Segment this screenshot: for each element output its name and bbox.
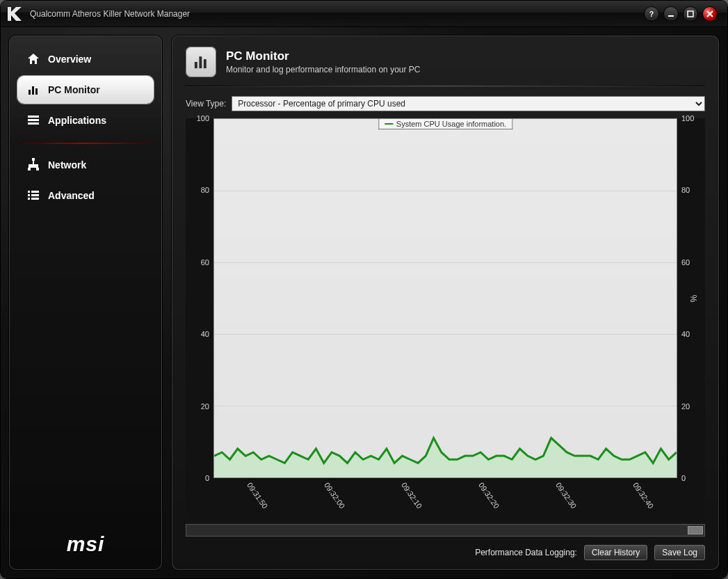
sidebar-item-applications[interactable]: Applications [17, 106, 154, 134]
svg-rect-16 [28, 198, 30, 200]
chart-y-axis-left: 020406080100 [186, 118, 213, 478]
sidebar-divider [17, 143, 154, 144]
sidebar-item-advanced[interactable]: Advanced [17, 182, 154, 209]
chart-x-axis: 09:31:5009:32:0009:32:1009:32:2009:32:30… [213, 478, 677, 520]
close-button[interactable] [702, 6, 718, 22]
divider [186, 86, 705, 86]
svg-rect-14 [28, 194, 30, 196]
sidebar-item-label: Overview [48, 54, 91, 65]
clear-history-button[interactable]: Clear History [584, 545, 647, 560]
help-button[interactable]: ? [644, 6, 659, 22]
legend-label: System CPU Usage information. [396, 120, 506, 128]
chart-scrollbar[interactable] [186, 524, 705, 537]
svg-rect-2 [688, 11, 693, 17]
main-panel: PC Monitor Monitor and log performance i… [172, 35, 719, 570]
legend-swatch [385, 123, 393, 125]
sidebar-item-label: PC Monitor [48, 84, 100, 95]
app-logo-icon [5, 6, 24, 22]
save-log-button[interactable]: Save Log [654, 545, 705, 560]
svg-rect-15 [31, 194, 39, 196]
minimize-button[interactable] [663, 6, 679, 22]
svg-rect-17 [31, 198, 39, 200]
svg-rect-6 [28, 116, 39, 118]
sidebar: Overview PC Monitor Applications Net [9, 35, 162, 570]
svg-rect-4 [32, 86, 34, 95]
view-type-select[interactable]: Processor - Percentage of primary CPU us… [232, 96, 705, 111]
page-subtitle: Monitor and log performance information … [226, 65, 420, 74]
svg-rect-1 [668, 15, 674, 17]
chart-plot-area: System CPU Usage information. % [213, 118, 677, 478]
bar-chart-icon [186, 47, 216, 77]
logging-label: Performance Data Logging: [475, 548, 577, 557]
network-icon [26, 157, 41, 173]
chart-line [214, 119, 677, 477]
page-header: PC Monitor Monitor and log performance i… [186, 47, 705, 77]
scrollbar-thumb[interactable] [688, 526, 703, 534]
chart-legend: System CPU Usage information. [378, 119, 512, 129]
window-title: Qualcomm Atheros Killer Network Manager [30, 9, 190, 19]
home-icon [26, 51, 41, 67]
sidebar-item-pc-monitor[interactable]: PC Monitor [17, 76, 154, 104]
applications-icon [26, 113, 41, 128]
svg-rect-10 [28, 168, 31, 170]
svg-rect-20 [204, 59, 207, 68]
svg-rect-7 [28, 119, 39, 121]
sidebar-item-label: Network [48, 159, 86, 170]
sidebar-item-label: Applications [48, 115, 106, 126]
svg-rect-9 [32, 158, 35, 161]
brand-logo: msi [17, 518, 154, 560]
svg-rect-5 [35, 88, 38, 95]
view-type-label: View Type: [186, 99, 226, 109]
svg-rect-18 [195, 62, 197, 68]
svg-text:?: ? [649, 10, 654, 17]
restore-button[interactable] [683, 6, 698, 22]
bar-chart-icon [26, 82, 41, 97]
chart-y-axis-right: 020406080100 [677, 118, 705, 478]
svg-rect-8 [28, 122, 39, 125]
page-title: PC Monitor [226, 49, 420, 63]
sidebar-item-network[interactable]: Network [17, 151, 154, 179]
sidebar-item-overview[interactable]: Overview [17, 45, 154, 73]
list-icon [26, 188, 41, 203]
svg-rect-11 [36, 168, 39, 170]
svg-rect-3 [29, 90, 31, 95]
sidebar-item-label: Advanced [48, 190, 95, 201]
svg-rect-19 [199, 56, 202, 68]
titlebar: Qualcomm Atheros Killer Network Manager … [1, 1, 727, 27]
svg-rect-12 [28, 191, 30, 193]
svg-rect-13 [31, 191, 39, 193]
